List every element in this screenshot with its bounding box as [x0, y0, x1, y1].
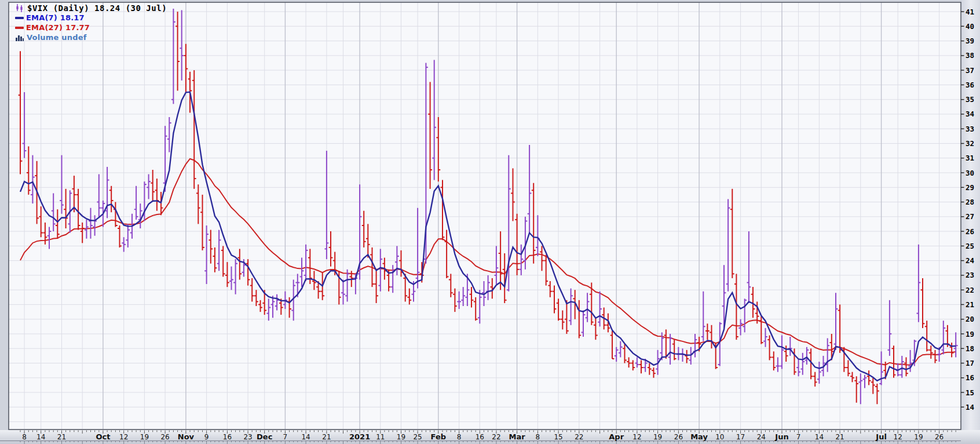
x-tick-label: 19: [140, 433, 149, 441]
x-tick-label: 15: [554, 433, 562, 441]
x-tick-label: 2021: [349, 432, 370, 441]
y-tick-label: 29: [966, 183, 974, 192]
x-tick-label: 26: [674, 433, 683, 441]
x-tick-label: Oct: [96, 432, 110, 441]
x-tick-label: 19: [653, 433, 662, 441]
chart-title: $VIX (Daily) 18.24 (30 Jul): [27, 3, 167, 13]
x-tick-label: 10: [715, 433, 724, 441]
x-tick-label: 14: [815, 433, 824, 441]
y-tick-label: 22: [966, 286, 974, 294]
y-tick-label: 33: [966, 125, 974, 133]
y-tick-label: 40: [966, 22, 974, 31]
x-tick-label: 14: [36, 433, 45, 441]
y-tick-label: 17: [966, 359, 974, 367]
ema27-line-icon: [15, 27, 24, 29]
y-tick-label: 31: [966, 154, 974, 162]
x-tick-label: 24: [757, 433, 766, 441]
volume-label: Volume undef: [27, 33, 87, 42]
x-tick-label: Jul: [875, 432, 887, 441]
ema27-label: EMA(27) 17.77: [26, 23, 90, 32]
y-tick-label: 26: [966, 227, 974, 236]
x-tick-label: Dec: [257, 432, 272, 441]
x-tick-label: Feb: [431, 432, 446, 441]
y-tick-label: 18: [966, 344, 974, 353]
legend-ema27-row: EMA(27) 17.77: [15, 23, 167, 32]
x-tick-label: 23: [243, 433, 252, 441]
x-tick-label: 9: [204, 433, 209, 441]
x-tick-label: Jun: [774, 432, 788, 441]
y-tick-label: 24: [966, 256, 974, 265]
x-tick-label: 25: [413, 433, 422, 441]
x-tick-label: 8: [22, 433, 27, 441]
x-tick-label: 8: [536, 433, 540, 441]
x-tick-label: May: [690, 432, 708, 441]
y-tick-label: 21: [966, 300, 974, 309]
y-tick-label: 39: [966, 37, 974, 45]
y-tick-label: 37: [966, 66, 974, 75]
x-tick-label: Mar: [509, 432, 526, 441]
x-tick-label: 16: [223, 433, 232, 441]
x-tick-label: 22: [492, 433, 500, 441]
y-tick-label: 16: [966, 373, 974, 382]
x-tick-label: 12: [894, 433, 902, 441]
y-tick-label: 38: [966, 51, 974, 60]
chart-legend: $VIX (Daily) 18.24 (30 Jul) EMA(7) 18.17…: [15, 3, 167, 42]
volume-bars-icon: [15, 34, 24, 42]
x-tick-label: 19: [397, 433, 405, 441]
y-tick-label: 23: [966, 271, 974, 279]
y-tick-label: 15: [966, 388, 974, 397]
y-tick-label: 20: [966, 315, 974, 323]
x-tick-label: 7: [796, 433, 801, 441]
y-tick-label: 35: [966, 95, 974, 104]
y-tick-label: 30: [966, 169, 974, 177]
x-tick-label: Nov: [178, 432, 195, 441]
x-tick-label: 7: [283, 433, 288, 441]
x-tick-label: 14: [301, 433, 310, 441]
y-tick-label: 27: [966, 212, 974, 221]
x-tick-label: 21: [835, 433, 844, 441]
price-chart[interactable]: 1415161718192021222324252627282930313233…: [0, 0, 980, 444]
x-tick-label: 12: [119, 433, 128, 441]
legend-title-row: $VIX (Daily) 18.24 (30 Jul): [15, 3, 167, 13]
ema7-label: EMA(7) 18.17: [26, 13, 85, 22]
y-tick-label: 14: [966, 403, 974, 412]
y-tick-label: 28: [966, 198, 974, 206]
x-tick-label: Apr: [609, 432, 624, 441]
x-tick-label: 17: [736, 433, 745, 441]
x-tick-label: 26: [160, 433, 169, 441]
y-tick-label: 34: [966, 110, 974, 118]
y-tick-label: 36: [966, 81, 974, 89]
x-tick-label: 21: [57, 433, 66, 441]
x-tick-label: 19: [914, 433, 923, 441]
stock-chart-app: 1415161718192021222324252627282930313233…: [0, 0, 980, 444]
x-tick-label: 12: [632, 433, 641, 441]
y-tick-label: 41: [966, 8, 974, 16]
x-tick-label: 22: [575, 433, 583, 441]
x-tick-label: 16: [476, 433, 484, 441]
y-tick-label: 32: [966, 139, 974, 148]
legend-ema7-row: EMA(7) 18.17: [15, 13, 167, 23]
y-tick-label: 19: [966, 330, 974, 339]
legend-volume-row: Volume undef: [15, 32, 167, 42]
x-tick-label: 8: [457, 433, 462, 441]
y-tick-label: 25: [966, 242, 974, 250]
ema7-line-icon: [15, 17, 24, 19]
x-tick-label: 11: [376, 433, 385, 441]
x-tick-label: 21: [322, 433, 331, 441]
candlestick-icon: [15, 3, 25, 13]
x-tick-label: 26: [935, 433, 944, 441]
